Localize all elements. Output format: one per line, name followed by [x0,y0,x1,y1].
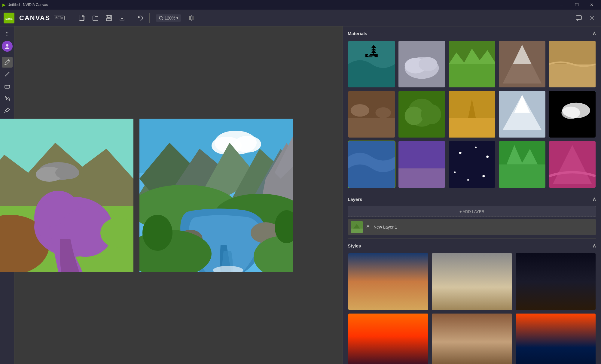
svg-point-75 [375,107,391,118]
material-foliage[interactable] [398,90,446,138]
material-grass[interactable] [448,40,496,88]
svg-point-99 [467,179,469,181]
beta-badge: BETA [54,16,64,20]
line-tool[interactable] [2,69,13,80]
svg-point-78 [405,107,423,125]
titlebar-text: Untitled - NVIDIA Canvas [8,3,555,7]
material-water[interactable]: 🏞 [348,40,395,88]
layer-item[interactable]: 👁 New Layer 1 [348,219,596,235]
canvas-wrapper [0,113,299,278]
export-button[interactable] [117,13,127,23]
svg-rect-91 [398,168,445,188]
svg-point-74 [351,104,369,117]
material-tropical[interactable] [448,90,496,138]
chat-button[interactable] [573,13,584,23]
svg-point-21 [9,99,10,101]
material-sand[interactable] [548,40,596,88]
svg-rect-6 [107,18,111,21]
material-mountain[interactable] [498,40,546,88]
sketch-canvas[interactable] [0,119,133,272]
tool-sep-1 [3,54,12,54]
style-night[interactable] [515,253,596,311]
layer-visibility-toggle[interactable]: 👁 [366,224,371,230]
titlebar: ▶ Untitled - NVIDIA Canvas ─ ❐ ✕ [0,0,601,10]
styles-grid [348,253,596,364]
svg-point-16 [5,47,9,49]
restore-button[interactable]: ❐ [570,0,584,10]
brush-tool[interactable] [2,57,13,68]
material-waves[interactable] [348,141,395,188]
grid-button[interactable]: ⠿ [2,29,13,40]
svg-rect-101 [499,165,545,188]
material-sky[interactable] [548,90,596,138]
svg-text:🏞: 🏞 [365,44,379,59]
close-button[interactable]: ✕ [585,0,599,10]
minimize-button[interactable]: ─ [555,0,569,10]
styles-title: Styles [348,243,361,248]
fill-tool[interactable] [2,93,13,104]
material-stars[interactable] [448,141,496,188]
svg-rect-5 [107,15,110,17]
zoom-value: 120% [165,16,175,20]
layers-collapse[interactable]: ∧ [592,196,596,202]
undo-button[interactable] [135,13,146,23]
layers-header: Layers ∧ [348,196,596,202]
new-file-button[interactable] [77,13,88,23]
material-dirt[interactable] [348,90,395,138]
styles-section: Styles ∧ [343,239,601,364]
main-toolbar: NVIDIA CANVAS BETA [0,10,601,26]
flip-button[interactable] [186,13,197,23]
window-controls: ─ ❐ ✕ [555,0,599,10]
svg-point-56 [142,215,172,251]
style-sunset-mountains[interactable] [348,313,429,364]
svg-text:NVIDIA: NVIDIA [5,18,13,20]
svg-line-17 [8,60,9,61]
material-cloud[interactable] [398,40,446,88]
styles-header: Styles ∧ [348,242,596,249]
add-layer-button[interactable]: + ADD LAYER [348,206,596,217]
save-file-button[interactable] [103,13,114,23]
toolbar-separator-1 [73,13,73,23]
photo-canvas[interactable] [139,119,293,272]
material-pink[interactable] [548,141,596,188]
toolbar-separator-2 [131,13,131,23]
svg-point-30 [55,166,79,179]
style-mountain-blue[interactable] [348,253,429,311]
svg-point-94 [459,152,462,154]
svg-point-79 [421,104,441,124]
zoom-control[interactable]: 120% ▾ [156,14,182,22]
svg-point-64 [419,57,437,71]
style-ocean-sunset[interactable] [515,313,596,364]
layers-title: Layers [348,197,362,202]
svg-rect-92 [398,141,445,168]
svg-point-96 [486,156,489,158]
svg-rect-81 [449,118,495,138]
materials-title: Materials [348,31,367,36]
svg-line-18 [5,72,9,76]
svg-line-9 [162,19,163,20]
layer-name: New Layer 1 [374,225,593,229]
svg-rect-10 [189,16,191,20]
material-snow[interactable] [498,90,546,138]
open-file-button[interactable] [90,13,101,23]
materials-collapse[interactable]: ∧ [592,30,596,37]
layers-section: Layers ∧ + ADD LAYER 👁 New Layer 1 [343,192,601,238]
material-green[interactable] [498,141,546,188]
svg-point-14 [591,17,593,19]
layer-thumbnail [351,221,363,233]
svg-rect-19 [5,85,10,88]
user-avatar[interactable] [2,41,13,52]
svg-rect-66 [449,64,495,88]
eraser-tool[interactable] [2,81,13,92]
nvidia-logo: NVIDIA [4,13,14,23]
styles-collapse[interactable]: ∧ [592,242,596,249]
materials-section: Materials ∧ 🏞 [343,26,601,192]
settings-button[interactable] [587,13,597,23]
svg-point-95 [475,147,477,148]
svg-rect-13 [576,16,581,20]
style-storm-desert[interactable] [431,253,512,311]
material-purple-sky[interactable] [398,141,446,188]
canvas-area [14,26,258,364]
style-rocky[interactable] [431,313,512,364]
toolbar-right [573,13,597,23]
